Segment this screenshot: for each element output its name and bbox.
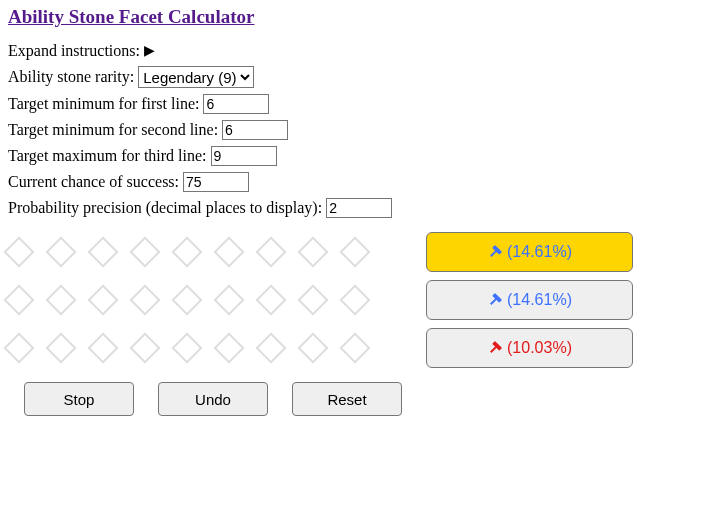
diamond-slot bbox=[171, 332, 202, 363]
diamond-slot bbox=[3, 332, 34, 363]
diamond-track bbox=[8, 241, 366, 263]
facet-button-3[interactable]: (10.03%) bbox=[426, 328, 633, 368]
svg-rect-1 bbox=[490, 250, 497, 257]
diamond-slot bbox=[129, 332, 160, 363]
svg-rect-3 bbox=[490, 298, 497, 305]
diamond-track bbox=[8, 337, 366, 359]
rarity-select[interactable]: Legendary (9) bbox=[138, 66, 254, 88]
expand-instructions-row[interactable]: Expand instructions: ▶ bbox=[8, 42, 697, 60]
diamond-slot bbox=[87, 332, 118, 363]
hammer-icon bbox=[487, 244, 503, 260]
facet-percent: (14.61%) bbox=[507, 291, 572, 309]
diamond-track bbox=[8, 289, 366, 311]
diamond-slot bbox=[3, 236, 34, 267]
facet-percent: (10.03%) bbox=[507, 339, 572, 357]
hammer-icon bbox=[487, 340, 503, 356]
target-line1-input[interactable] bbox=[203, 94, 269, 114]
diamond-slot bbox=[213, 236, 244, 267]
diamond-slot bbox=[213, 332, 244, 363]
diamond-slot bbox=[255, 236, 286, 267]
diamond-slot bbox=[3, 284, 34, 315]
target-line3-input[interactable] bbox=[211, 146, 277, 166]
diamond-slot bbox=[255, 284, 286, 315]
diamond-slot bbox=[213, 284, 244, 315]
diamond-slot bbox=[45, 284, 76, 315]
precision-label: Probability precision (decimal places to… bbox=[8, 199, 322, 217]
diamond-slot bbox=[45, 236, 76, 267]
diamond-slot bbox=[45, 332, 76, 363]
diamond-slot bbox=[297, 284, 328, 315]
target-line2-label: Target minimum for second line: bbox=[8, 121, 218, 139]
diamond-slot bbox=[339, 284, 370, 315]
diamond-slot bbox=[87, 284, 118, 315]
rarity-label: Ability stone rarity: bbox=[8, 68, 134, 86]
chance-input[interactable] bbox=[183, 172, 249, 192]
diamond-slot bbox=[339, 332, 370, 363]
page-title-link[interactable]: Ability Stone Facet Calculator bbox=[8, 6, 254, 28]
facet-percent: (14.61%) bbox=[507, 243, 572, 261]
facet-row-1: (14.61%) bbox=[8, 232, 697, 272]
facet-row-2: (14.61%) bbox=[8, 280, 697, 320]
precision-input[interactable] bbox=[326, 198, 392, 218]
stop-button[interactable]: Stop bbox=[24, 382, 134, 416]
expand-triangle-icon: ▶ bbox=[144, 44, 155, 58]
diamond-slot bbox=[339, 236, 370, 267]
diamond-slot bbox=[297, 332, 328, 363]
diamond-slot bbox=[255, 332, 286, 363]
undo-button[interactable]: Undo bbox=[158, 382, 268, 416]
diamond-slot bbox=[171, 284, 202, 315]
svg-rect-5 bbox=[490, 346, 497, 353]
target-line1-label: Target minimum for first line: bbox=[8, 95, 199, 113]
target-line2-input[interactable] bbox=[222, 120, 288, 140]
target-line3-label: Target maximum for third line: bbox=[8, 147, 207, 165]
hammer-icon bbox=[487, 292, 503, 308]
facet-button-2[interactable]: (14.61%) bbox=[426, 280, 633, 320]
diamond-slot bbox=[129, 284, 160, 315]
diamond-slot bbox=[171, 236, 202, 267]
reset-button[interactable]: Reset bbox=[292, 382, 402, 416]
diamond-slot bbox=[129, 236, 160, 267]
facet-button-1[interactable]: (14.61%) bbox=[426, 232, 633, 272]
expand-instructions-label: Expand instructions: bbox=[8, 42, 140, 60]
facet-row-3: (10.03%) bbox=[8, 328, 697, 368]
diamond-slot bbox=[87, 236, 118, 267]
chance-label: Current chance of success: bbox=[8, 173, 179, 191]
diamond-slot bbox=[297, 236, 328, 267]
